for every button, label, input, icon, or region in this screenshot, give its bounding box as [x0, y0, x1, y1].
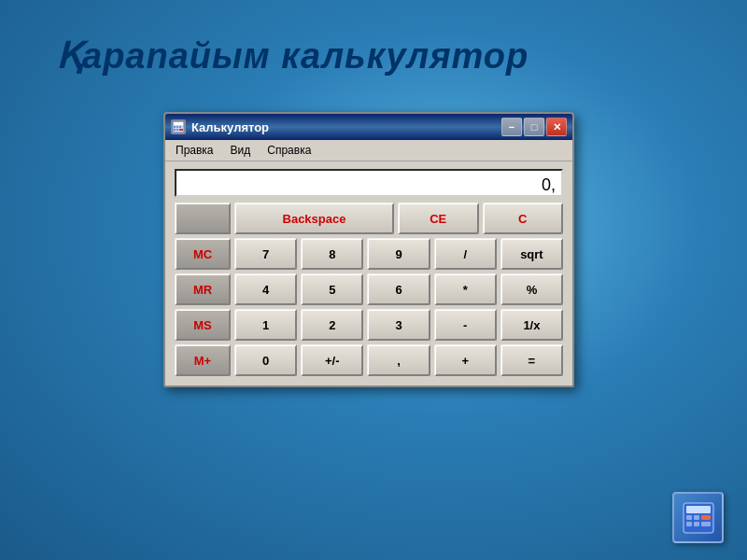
minimize-button[interactable]: −: [501, 118, 522, 136]
ms-button[interactable]: MS: [175, 309, 231, 341]
page-title: Қарапайым калькулятор: [56, 35, 529, 77]
svg-rect-6: [176, 129, 178, 131]
menu-vid[interactable]: Вид: [228, 143, 254, 158]
menu-bar: Правка Вид Справка: [165, 140, 572, 161]
svg-rect-11: [694, 515, 699, 520]
title-bar-left: Калькулятор: [171, 119, 269, 134]
btn-negate[interactable]: +/-: [301, 344, 363, 376]
maximize-button[interactable]: □: [524, 118, 544, 136]
btn-1[interactable]: 1: [234, 309, 297, 341]
svg-rect-1: [174, 122, 183, 125]
button-row-3: MS 1 2 3 - 1/x: [175, 309, 563, 341]
svg-rect-4: [179, 126, 181, 128]
btn-decimal[interactable]: ,: [367, 344, 430, 376]
window-title: Калькулятор: [191, 120, 269, 134]
menu-spravka[interactable]: Справка: [264, 143, 314, 158]
btn-equals[interactable]: =: [500, 344, 563, 376]
backspace-button[interactable]: Backspace: [234, 203, 394, 234]
button-row-2: MR 4 5 6 * %: [175, 273, 563, 305]
svg-rect-13: [686, 522, 692, 526]
button-row-4: M+ 0 +/- , + =: [175, 344, 563, 376]
btn-6[interactable]: 6: [367, 273, 430, 305]
ce-button[interactable]: CE: [398, 203, 479, 234]
btn-4[interactable]: 4: [234, 273, 297, 305]
btn-multiply[interactable]: *: [434, 273, 497, 305]
btn-sqrt[interactable]: sqrt: [500, 238, 563, 270]
btn-0[interactable]: 0: [234, 344, 297, 376]
calculator-display: 0,: [175, 169, 563, 197]
close-button[interactable]: ✕: [546, 118, 567, 136]
btn-subtract[interactable]: -: [434, 309, 497, 341]
svg-rect-5: [174, 129, 176, 131]
title-bar-buttons: − □ ✕: [501, 118, 567, 136]
svg-rect-3: [176, 126, 178, 128]
svg-rect-9: [686, 506, 711, 513]
btn-2[interactable]: 2: [301, 309, 363, 341]
corner-calculator-icon: [672, 492, 724, 543]
svg-rect-10: [686, 515, 692, 520]
calculator-icon: [171, 119, 186, 134]
mplus-button[interactable]: M+: [175, 344, 231, 376]
c-button[interactable]: C: [483, 203, 564, 234]
btn-9[interactable]: 9: [367, 238, 430, 270]
button-row-1: MC 7 8 9 / sqrt: [175, 238, 563, 270]
svg-rect-12: [701, 515, 711, 520]
btn-add[interactable]: +: [434, 344, 497, 376]
title-bar: Калькулятор − □ ✕: [165, 114, 572, 140]
btn-5[interactable]: 5: [301, 273, 363, 305]
svg-rect-15: [701, 522, 711, 526]
btn-3[interactable]: 3: [367, 309, 430, 341]
svg-rect-7: [179, 129, 183, 131]
menu-pravka[interactable]: Правка: [173, 143, 217, 158]
mr-button[interactable]: MR: [175, 273, 231, 305]
display-row: 0,: [175, 169, 563, 197]
btn-reciprocal[interactable]: 1/x: [500, 309, 563, 341]
btn-8[interactable]: 8: [301, 238, 363, 270]
calculator-body: 0, Backspace CE C MC 7 8 9 / sqrt MR 4 5…: [165, 161, 572, 385]
btn-divide[interactable]: /: [434, 238, 497, 270]
mc-button[interactable]: MC: [175, 238, 231, 270]
button-row-0: Backspace CE C: [175, 203, 563, 234]
svg-rect-2: [174, 126, 176, 128]
svg-rect-14: [694, 522, 699, 526]
btn-percent[interactable]: %: [500, 273, 563, 305]
calculator-window: Калькулятор − □ ✕ Правка Вид Справка 0, …: [163, 112, 574, 387]
memory-display-box: [175, 203, 231, 234]
btn-7[interactable]: 7: [234, 238, 297, 270]
